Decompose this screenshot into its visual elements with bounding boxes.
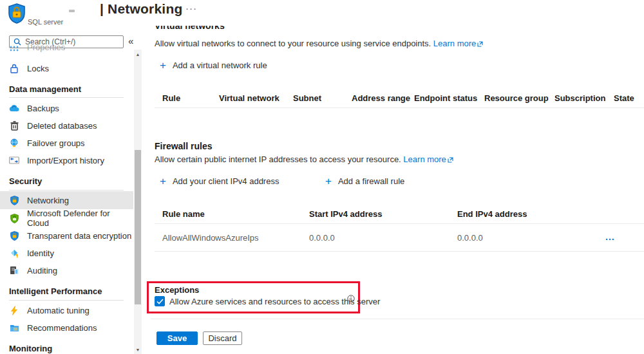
sidebar-clip-region: Properties xyxy=(0,45,133,55)
sidebar-item-microsoft-defender[interactable]: Microsoft Defender for Cloud xyxy=(0,210,133,226)
allow-azure-services-checkbox[interactable] xyxy=(155,296,165,306)
trash-icon xyxy=(9,120,19,131)
grid-dots-icon xyxy=(9,45,19,52)
sidebar-item-label: Networking xyxy=(27,196,69,205)
divider xyxy=(155,251,644,252)
lock-icon xyxy=(9,63,19,73)
row-more-options-icon[interactable]: ... xyxy=(605,232,615,242)
sidebar-item-auditing[interactable]: Auditing xyxy=(0,263,133,278)
shield-lock-icon xyxy=(9,230,19,241)
divider xyxy=(151,319,644,319)
shield-lock-icon xyxy=(9,195,19,205)
sidebar-section-monitoring: Monitoring xyxy=(9,344,52,353)
add-firewall-rule-button[interactable]: + Add a firewall rule xyxy=(325,176,404,186)
checkmark-icon xyxy=(156,299,164,304)
plus-icon: + xyxy=(325,177,332,186)
learn-more-link[interactable]: Learn more xyxy=(403,154,453,164)
sidebar-item-label: Import/Export history xyxy=(27,156,104,165)
fw-cell-end-ip: 0.0.0.0 xyxy=(457,233,483,243)
sidebar-item-transparent-data-encryption[interactable]: Transparent data encryption xyxy=(0,228,133,243)
sidebar-item-label: Auditing xyxy=(27,266,57,275)
fw-cell-rule-name: AllowAllWindowsAzureIps xyxy=(162,233,259,243)
vnet-col-virtual-network: Virtual network xyxy=(219,93,279,103)
save-button[interactable]: Save xyxy=(156,331,198,345)
external-link-icon xyxy=(448,157,453,163)
virtual-networks-description: Allow virtual networks to connect to you… xyxy=(155,39,483,48)
sidebar-item-label: Backups xyxy=(27,104,59,113)
sidebar-item-deleted-databases[interactable]: Deleted databases xyxy=(0,118,133,133)
plus-icon: + xyxy=(160,177,166,186)
vnet-col-endpoint-status: Endpoint status xyxy=(414,93,477,103)
divider xyxy=(155,107,644,108)
sidebar-section-data-management: Data management xyxy=(9,84,81,94)
vnet-col-subnet: Subnet xyxy=(293,93,321,103)
sidebar-section-security: Security xyxy=(9,176,42,186)
globe-icon xyxy=(9,138,19,148)
sidebar-item-label: Recommendations xyxy=(27,323,97,333)
vnet-col-rule: Rule xyxy=(162,93,180,103)
discard-button[interactable]: Discard xyxy=(203,331,242,345)
sidebar-item-recommendations[interactable]: Recommendations xyxy=(0,320,133,335)
sidebar-item-label: Microsoft Defender for Cloud xyxy=(27,209,133,228)
sidebar-item-label: Transparent data encryption xyxy=(27,231,131,241)
sidebar-item-properties[interactable]: Properties xyxy=(0,45,133,55)
vnet-col-address-range: Address range xyxy=(352,93,410,103)
external-link-icon xyxy=(477,41,483,47)
defender-shield-icon xyxy=(9,213,19,223)
sidebar-item-label: Failover groups xyxy=(27,138,85,148)
fw-col-end-ip: End IPv4 address xyxy=(457,209,527,219)
page-title: | Networking xyxy=(100,1,182,17)
sidebar-item-import-export-history[interactable]: Import/Export history xyxy=(0,153,133,168)
sidebar-item-failover-groups[interactable]: Failover groups xyxy=(0,135,133,151)
sidebar-item-locks[interactable]: Locks xyxy=(0,61,133,76)
info-icon[interactable] xyxy=(347,295,355,303)
sidebar-item-label: Deleted databases xyxy=(27,121,97,131)
add-virtual-network-rule-button[interactable]: + Add a virtual network rule xyxy=(160,61,267,70)
vnet-col-subscription: Subscription xyxy=(554,93,605,103)
firewall-rules-description: Allow certain public internet IP address… xyxy=(155,154,453,164)
learn-more-link[interactable]: Learn more xyxy=(433,39,483,48)
fw-cell-start-ip: 0.0.0.0 xyxy=(309,233,335,243)
divider xyxy=(9,190,124,191)
virtual-networks-heading-clipped: Virtual networks xyxy=(155,26,283,32)
sidebar-item-networking[interactable]: Networking xyxy=(0,191,133,209)
fw-col-start-ip: Start IPv4 address xyxy=(309,209,382,219)
sidebar-item-identity[interactable]: Identity xyxy=(0,245,133,261)
import-export-arrows-icon xyxy=(9,155,19,165)
sidebar-item-label: Properties xyxy=(27,45,65,52)
sidebar-scrollbar-thumb[interactable] xyxy=(135,150,141,304)
sidebar-item-label: Automatic tuning xyxy=(27,306,90,315)
divider xyxy=(9,97,124,98)
sidebar-section-intelligent-performance: Intelligent Performance xyxy=(9,286,102,296)
firewall-rules-heading: Firewall rules xyxy=(155,141,212,151)
fw-col-rule-name: Rule name xyxy=(162,209,205,219)
lightning-bolt-icon xyxy=(9,305,19,315)
scroll-up-icon[interactable]: ▲ xyxy=(134,51,142,59)
plus-icon: + xyxy=(160,61,166,70)
azure-portal-networking-page: SQL server | Networking ··· « Properties xyxy=(0,0,644,354)
add-client-ip-button[interactable]: + Add your client IPv4 address xyxy=(160,176,279,186)
auditing-ledger-icon xyxy=(9,265,19,275)
divider xyxy=(9,300,124,301)
vnet-col-resource-group: Resource group xyxy=(484,93,549,103)
exceptions-heading: Exceptions xyxy=(155,285,199,295)
sidebar-item-label: Locks xyxy=(27,64,49,73)
sidebar-item-automatic-tuning[interactable]: Automatic tuning xyxy=(0,303,133,318)
recommendations-folder-icon xyxy=(9,322,19,333)
sidebar-item-backups[interactable]: Backups xyxy=(0,100,133,116)
vnet-col-state: State xyxy=(614,93,634,103)
identity-icon xyxy=(9,248,19,258)
scroll-down-icon[interactable]: ▼ xyxy=(134,346,142,354)
divider xyxy=(155,223,644,224)
more-options-icon[interactable]: ··· xyxy=(185,3,197,14)
sidebar-item-label: Identity xyxy=(27,248,54,258)
cloud-backup-icon xyxy=(9,103,19,113)
sql-server-shield-icon xyxy=(8,3,26,24)
server-name-redacted xyxy=(69,10,75,12)
resource-type-label: SQL server xyxy=(28,18,63,26)
